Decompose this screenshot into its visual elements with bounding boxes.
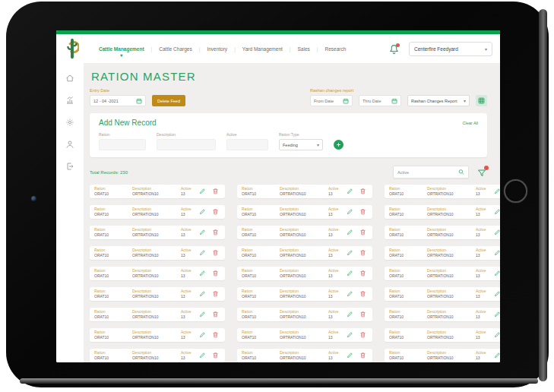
edit-icon[interactable] [494,270,500,277]
description-input[interactable] [157,139,216,150]
description-label: Description [280,330,328,334]
edit-icon[interactable] [494,208,500,215]
edit-icon[interactable] [494,352,500,359]
edit-icon[interactable] [347,290,353,297]
edit-icon[interactable] [347,270,353,277]
edit-icon[interactable] [347,352,353,359]
chevron-down-icon: ▾ [485,46,487,52]
edit-icon[interactable] [199,290,206,297]
active-field-label: Active [226,132,268,137]
active-label: Active [476,309,494,314]
edit-icon[interactable] [494,290,500,297]
edit-icon[interactable] [347,249,353,256]
delete-icon[interactable] [359,208,366,215]
ration-value: ORAT10 [94,356,132,360]
edit-icon[interactable] [494,331,500,338]
delete-icon[interactable] [212,208,219,215]
nav-item[interactable]: Sales [298,46,310,52]
user-icon[interactable] [65,140,74,149]
delete-icon[interactable] [359,331,366,338]
edit-icon[interactable] [494,311,500,318]
description-cell: Description ORTRATION10 [427,186,476,196]
delete-icon[interactable] [212,270,219,277]
delete-icon[interactable] [212,311,219,318]
delete-icon[interactable] [212,249,219,256]
ration-cell: Ration ORAT10 [94,350,132,360]
record-card: Ration ORAT10 Description ORTRATION10 Ac… [237,287,372,301]
active-value: 13 [476,294,494,299]
edit-icon[interactable] [347,311,353,318]
entry-date-field[interactable] [90,95,146,106]
edit-icon[interactable] [199,270,206,277]
active-label: Active [181,268,199,273]
search-icon [458,169,464,175]
edit-icon[interactable] [199,352,206,359]
spreadsheet-export-icon[interactable] [476,95,487,106]
delete-icon[interactable] [359,290,366,297]
edit-icon[interactable] [494,188,500,194]
delete-feed-button[interactable]: Delete Feed [152,95,185,106]
search-input[interactable] [397,170,458,175]
active-cell: Active 13 [328,207,347,217]
edit-icon[interactable] [494,229,500,236]
filter-button[interactable] [477,167,487,178]
edit-icon[interactable] [347,331,353,338]
delete-icon[interactable] [359,270,366,277]
description-label: Description [280,268,328,273]
logout-icon[interactable] [65,162,74,171]
delete-icon[interactable] [212,229,219,236]
notifications-button[interactable] [389,43,400,55]
nav-item[interactable]: Research [325,46,347,52]
gear-icon[interactable] [65,118,74,127]
description-input-field[interactable] [160,143,212,147]
calendar-icon [391,98,397,104]
delete-icon[interactable] [212,290,219,297]
nav-item[interactable]: Cattle Charges [159,46,192,52]
record-card: Ration ORAT10 Description ORTRATION10 Ac… [385,267,500,280]
edit-icon[interactable] [199,188,206,194]
delete-icon[interactable] [212,352,219,359]
edit-icon[interactable] [347,208,353,215]
record-card: Ration ORAT10 Description ORTRATION10 Ac… [237,328,372,342]
active-input[interactable] [226,139,268,150]
bar-chart-icon[interactable] [65,96,74,105]
clear-all-link[interactable]: Clear All [463,121,478,125]
edit-icon[interactable] [199,208,206,215]
delete-icon[interactable] [359,249,366,256]
description-label: Description [280,248,328,252]
nav-item[interactable]: Cattle Management [99,46,144,52]
edit-icon[interactable] [199,331,206,338]
from-date-field[interactable] [310,95,353,106]
description-cell: Description ORTRATION10 [132,227,181,237]
thru-date-input[interactable] [362,99,391,103]
entry-date-input[interactable] [93,99,136,103]
report-type-select[interactable]: Rashan Changes Report ▾ [407,95,470,106]
search-box[interactable] [393,166,469,179]
delete-icon[interactable] [359,229,366,236]
delete-icon[interactable] [359,311,366,318]
feedyard-select[interactable]: Centerfire Feedyard ▾ [409,42,492,56]
delete-icon[interactable] [359,188,366,194]
active-input-field[interactable] [230,143,264,147]
thru-date-field[interactable] [359,95,401,106]
nav-item[interactable]: Inventory [207,46,227,52]
active-cell: Active 13 [328,350,347,360]
edit-icon[interactable] [199,311,206,318]
ration-input[interactable] [99,139,146,150]
from-date-input[interactable] [314,99,343,103]
description-cell: Description ORTRATION10 [427,268,476,278]
add-record-button[interactable] [334,140,343,150]
edit-icon[interactable] [199,229,206,236]
home-icon[interactable] [65,74,74,83]
edit-icon[interactable] [199,249,206,256]
delete-icon[interactable] [359,352,366,359]
edit-icon[interactable] [494,249,500,256]
edit-icon[interactable] [347,229,353,236]
nav-item[interactable]: Yard Management [242,46,283,52]
edit-icon[interactable] [347,188,353,194]
delete-icon[interactable] [212,188,219,194]
delete-icon[interactable] [212,331,219,338]
ration-type-select[interactable]: Feeding ▾ [279,139,323,150]
ration-input-field[interactable] [103,143,142,147]
records-header: Total Records: 230 [90,166,487,179]
